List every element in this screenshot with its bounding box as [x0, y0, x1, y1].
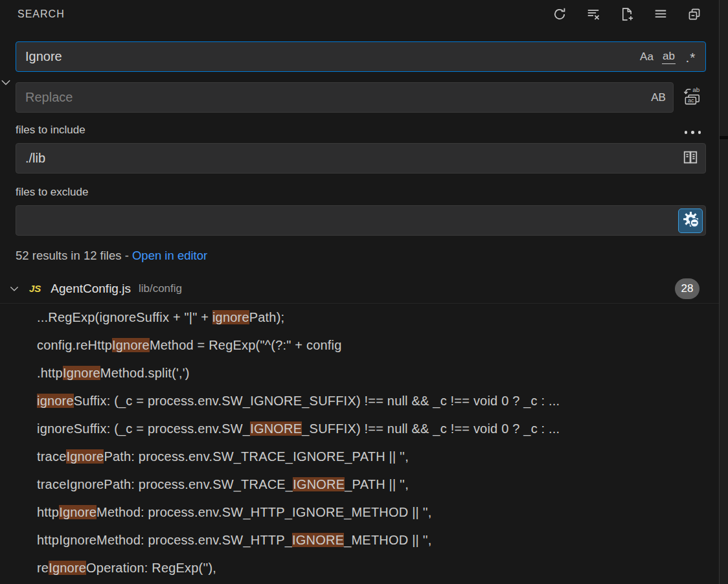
search-result-line[interactable]: traceIgnorePath: process.env.SW_TRACE_IG… — [0, 443, 719, 471]
javascript-file-icon: JS — [29, 283, 41, 294]
result-text: Path: process.env.SW_TRACE_IGNORE_PATH |… — [104, 449, 409, 464]
ellipsis-icon — [685, 131, 688, 134]
replace-row: AB ab ac — [16, 82, 706, 113]
gear-exclude-icon — [681, 210, 700, 231]
match-highlight: Ignore — [49, 561, 86, 575]
results-list: ...RegExp(ignoreSuffix + "|" + ignorePat… — [0, 304, 719, 582]
editor-edge-strip — [719, 0, 728, 584]
exclude-input-box — [16, 205, 706, 236]
result-text: _METHOD || '', — [344, 533, 431, 547]
match-highlight: ignore — [212, 310, 249, 324]
result-text: Operation: RegExp(''), — [86, 561, 216, 575]
result-text: re — [37, 561, 49, 575]
open-in-editor-link[interactable]: Open in editor — [132, 249, 207, 262]
files-to-exclude-label: files to exclude — [16, 186, 706, 199]
search-result-line[interactable]: ignoreSuffix: (_c = process.env.SW_IGNOR… — [0, 415, 719, 443]
files-to-include-input[interactable] — [16, 151, 679, 166]
match-highlight: Ignore — [66, 449, 104, 464]
match-count-badge: 28 — [675, 278, 700, 299]
result-text: Method: process.env.SW_HTTP_IGNORE_METHO… — [97, 505, 431, 519]
refresh-button[interactable] — [551, 6, 567, 23]
clear-search-results-icon — [586, 7, 600, 21]
chevron-down-icon[interactable] — [8, 283, 20, 295]
search-result-line[interactable]: config.reHttpIgnoreMethod = RegExp("^(?:… — [0, 331, 719, 359]
preserve-case-toggle[interactable]: AB — [650, 88, 667, 107]
match-highlight: IGNORE — [293, 477, 345, 491]
view-as-list-icon — [654, 7, 668, 21]
result-text: .http — [37, 366, 63, 380]
result-text: ignoreSuffix: (_c = process.env.SW_ — [37, 421, 250, 436]
replace-input[interactable] — [16, 90, 650, 105]
match-highlight: IGNORE — [292, 533, 344, 547]
match-highlight: Ignore — [59, 505, 97, 519]
toggle-search-details-button[interactable] — [683, 127, 703, 138]
result-text: Method = RegExp("^(?:" + config — [150, 338, 342, 352]
files-to-include-label: files to include — [16, 124, 706, 137]
search-input-box: Aa ab .* — [16, 41, 706, 72]
book-icon — [682, 149, 699, 168]
whole-word-toggle[interactable]: ab — [660, 47, 677, 66]
summary-separator: - — [122, 249, 132, 262]
toggle-replace-button[interactable] — [0, 76, 13, 89]
use-exclude-settings-toggle[interactable] — [678, 208, 703, 233]
chevron-down-icon — [0, 79, 12, 89]
search-result-line[interactable]: ...RegExp(ignoreSuffix + "|" + ignorePat… — [0, 304, 719, 331]
result-text: Suffix: (_c = process.env.SW_IGNORE_SUFF… — [74, 394, 560, 408]
result-text: _PATH || '', — [345, 477, 409, 491]
svg-text:ac: ac — [687, 97, 694, 104]
result-text: _SUFFIX) !== null && _c !== void 0 ? _c … — [302, 421, 560, 436]
files-to-exclude-input[interactable] — [16, 213, 678, 228]
use-regex-toggle[interactable]: .* — [682, 47, 700, 66]
match-case-toggle[interactable]: Aa — [638, 47, 655, 66]
editor-scroll-notch — [720, 136, 728, 139]
match-highlight: IGNORE — [250, 421, 302, 436]
svg-text:ab: ab — [692, 86, 700, 93]
result-text: trace — [37, 449, 66, 464]
search-result-line[interactable]: traceIgnorePath: process.env.SW_TRACE_IG… — [0, 471, 719, 499]
results-summary: 52 results in 12 files - Open in editor — [16, 249, 706, 263]
replace-all-icon: ab ac — [682, 86, 702, 109]
search-toggles: Aa ab .* — [638, 47, 705, 66]
whole-word-icon: ab — [662, 50, 676, 64]
results-count: 52 results in 12 files — [16, 249, 122, 262]
view-as-list-button[interactable] — [652, 6, 668, 23]
panel-title: SEARCH — [17, 8, 65, 20]
result-text: httpIgnoreMethod: process.env.SW_HTTP_ — [37, 533, 292, 547]
search-result-line[interactable]: ignoreSuffix: (_c = process.env.SW_IGNOR… — [0, 387, 719, 415]
result-text: config.reHttp — [37, 338, 112, 352]
result-text: Path); — [249, 310, 285, 324]
panel-actions — [551, 6, 702, 23]
search-result-line[interactable]: .httpIgnoreMethod.split(',') — [0, 359, 719, 387]
search-input[interactable] — [16, 49, 638, 64]
open-new-search-editor-icon — [620, 7, 634, 21]
refresh-icon — [552, 7, 567, 21]
search-only-open-editors-button[interactable] — [679, 148, 701, 170]
match-highlight: ignore — [37, 394, 74, 408]
search-sidebar-panel: SEARCH — [0, 0, 719, 584]
collapse-all-icon — [687, 7, 701, 21]
clear-search-results-button[interactable] — [585, 6, 601, 23]
file-path: lib/config — [139, 282, 675, 295]
match-highlight: Ignore — [63, 366, 100, 380]
search-form: Aa ab .* AB ab — [0, 23, 719, 263]
replace-all-button[interactable]: ab ac — [677, 85, 706, 111]
panel-titlebar: SEARCH — [0, 0, 719, 23]
file-result-row[interactable]: JS AgentConfig.js lib/config 28 — [0, 274, 719, 304]
open-new-search-editor-button[interactable] — [619, 6, 635, 23]
result-text: Method.split(',') — [100, 366, 190, 380]
search-result-line[interactable]: reIgnoreOperation: RegExp(''), — [0, 554, 719, 582]
file-name: AgentConfig.js — [51, 282, 131, 296]
search-result-line[interactable]: httpIgnoreMethod: process.env.SW_HTTP_IG… — [0, 499, 719, 526]
match-highlight: Ignore — [112, 338, 150, 352]
include-input-box — [16, 143, 706, 174]
collapse-all-button[interactable] — [686, 6, 702, 23]
replace-input-box: AB — [16, 82, 674, 113]
result-text: http — [37, 505, 59, 519]
result-text: ...RegExp(ignoreSuffix + "|" + — [37, 310, 212, 324]
search-result-line[interactable]: httpIgnoreMethod: process.env.SW_HTTP_IG… — [0, 526, 719, 554]
result-text: traceIgnorePath: process.env.SW_TRACE_ — [37, 477, 293, 491]
